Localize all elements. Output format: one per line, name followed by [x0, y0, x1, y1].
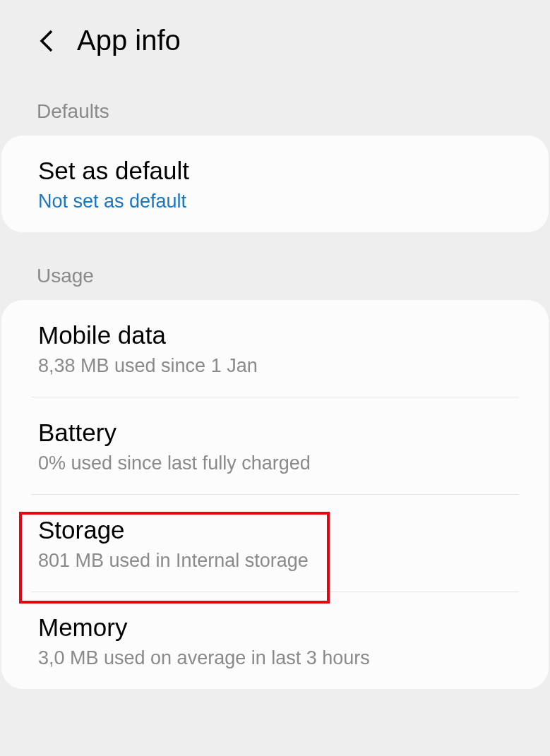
- memory-item[interactable]: Memory 3,0 MB used on average in last 3 …: [1, 592, 549, 689]
- page-title: App info: [77, 25, 181, 56]
- set-as-default-title: Set as default: [38, 157, 512, 185]
- mobile-data-title: Mobile data: [38, 321, 512, 349]
- battery-item[interactable]: Battery 0% used since last fully charged: [1, 397, 549, 494]
- mobile-data-item[interactable]: Mobile data 8,38 MB used since 1 Jan: [1, 300, 549, 397]
- section-header-defaults: Defaults: [0, 85, 550, 136]
- mobile-data-subtitle: 8,38 MB used since 1 Jan: [38, 355, 512, 377]
- memory-title: Memory: [38, 613, 512, 642]
- battery-title: Battery: [38, 419, 512, 447]
- usage-card: Mobile data 8,38 MB used since 1 Jan Bat…: [1, 300, 549, 689]
- storage-title: Storage: [38, 516, 512, 544]
- memory-subtitle: 3,0 MB used on average in last 3 hours: [38, 647, 512, 669]
- header: App info: [0, 0, 550, 85]
- storage-subtitle: 801 MB used in Internal storage: [38, 550, 512, 572]
- set-as-default-item[interactable]: Set as default Not set as default: [1, 136, 549, 232]
- storage-item[interactable]: Storage 801 MB used in Internal storage: [1, 495, 549, 592]
- back-icon[interactable]: [39, 28, 56, 54]
- defaults-card: Set as default Not set as default: [1, 136, 549, 232]
- section-header-usage: Usage: [0, 249, 550, 300]
- battery-subtitle: 0% used since last fully charged: [38, 452, 512, 474]
- set-as-default-subtitle: Not set as default: [38, 191, 512, 212]
